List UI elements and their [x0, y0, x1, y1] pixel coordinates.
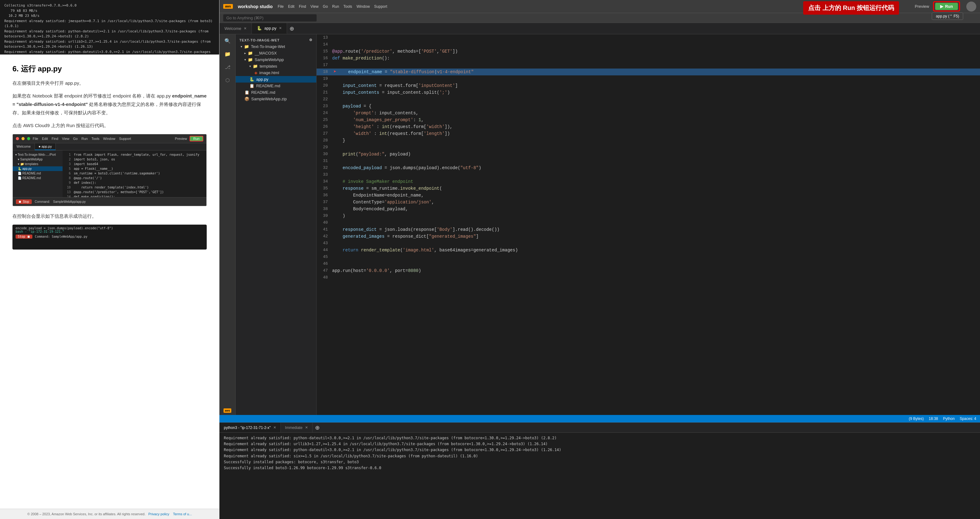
menu-go[interactable]: Go — [323, 4, 328, 9]
code-line-46: 46 — [317, 260, 980, 267]
aws-logo: aws — [223, 4, 233, 9]
sidebar-files-icon[interactable]: 📁 — [224, 50, 232, 58]
tree-templates[interactable]: ▾ 📁 templates — [235, 63, 316, 69]
tree-macosx[interactable]: ▸ 📁 __MACOSX — [235, 50, 316, 56]
menu-file[interactable]: File — [278, 4, 283, 9]
search-bar — [220, 13, 980, 23]
statusbar-right: (9 Bytes) 18:38 Python Spaces: 4 — [909, 417, 976, 421]
ss-sidebar: ▾ Text-To-Image-Web-..../Port ▾ SampleWe… — [13, 150, 62, 197]
stop-btn-2[interactable]: Stop ⏹ — [16, 235, 32, 239]
sidebar-git-icon[interactable]: ⎇ — [224, 63, 232, 71]
code-line-21: 21 input_contents = input_content.split(… — [317, 89, 980, 96]
code-line-17: 17 — [317, 62, 980, 69]
terminal-new-tab-btn[interactable]: ⊕ — [313, 424, 322, 431]
tab-welcome[interactable]: Welcome ✕ — [220, 23, 252, 34]
terminal-line-1: Requirement already satisfied: python-da… — [224, 435, 976, 441]
ide-editor[interactable]: 13 14 15 @app.route('/predictor', method… — [317, 34, 980, 415]
ss-tree-samplewebapp[interactable]: ▾ SampleWebApp — [13, 157, 62, 162]
tab-close-welcome[interactable]: ✕ — [244, 27, 247, 30]
terms-link[interactable]: Terms of u... — [173, 512, 192, 516]
ss-code: 1from flask import Flask, render_templat… — [62, 150, 207, 197]
preview-label[interactable]: Preview — [915, 4, 929, 9]
user-avatar[interactable] — [966, 2, 976, 11]
para2: 如果您在 Notebook 部署 endpoint 的环节修改过 endpoin… — [13, 92, 207, 117]
ss-tree-templates[interactable]: ▾ 📁 templates — [13, 162, 62, 166]
statusbar-spaces: Spaces: 4 — [960, 417, 976, 421]
code-line-37: 37 ContentType='application/json', — [317, 199, 980, 206]
terminal-screenshot: Collecting s3transfer=0.7.0,>=0.6.0 79 k… — [0, 0, 219, 54]
ss-tree-readme1[interactable]: 📄 README.md — [13, 171, 62, 176]
tree-readmemd-2[interactable]: 📋 README.md — [235, 89, 316, 96]
ss-bottom-bar: ⏹ Stop Command: SampleWebApp/app.py — [13, 197, 207, 206]
run-button[interactable]: ▶ Run — [935, 3, 958, 10]
code-line-20: 20 input_content = request.form['inputCo… — [317, 82, 980, 89]
para3: 点击 AWS Cloud9 上方的 Run 按钮运行代码。 — [13, 121, 207, 129]
code-line-47: 47 app.run(host='0.0.0.0', port=8080) — [317, 267, 980, 274]
new-tab-btn[interactable]: ⊕ — [290, 25, 294, 32]
tree-apppy[interactable]: 🐍 app.py — [235, 76, 316, 83]
bottom-para: 在控制台会显示如下信息表示成功运行。 — [13, 212, 207, 220]
tab-close-apppy[interactable]: ✕ — [279, 26, 282, 30]
ide-tabs: Welcome ✕ 🐍 app.py ✕ ⊕ — [220, 23, 980, 34]
code-line-33: 33 — [317, 171, 980, 178]
code-line-30: 30 print("payload:", payload) — [317, 151, 980, 158]
code-line-31: 31 — [317, 158, 980, 164]
ss-tab-welcome[interactable]: Welcome — [13, 143, 35, 150]
sidebar-search-icon[interactable]: 🔍 — [224, 37, 232, 45]
tab-apppy[interactable]: 🐍 app.py ✕ — [252, 23, 287, 34]
code-line-25: 25 'num_images_per_prompt': 1, — [317, 117, 980, 123]
menu-find[interactable]: Find — [299, 4, 306, 9]
dot-red — [16, 137, 19, 140]
terminal-line: Requirement already satisfied: jmespath>… — [4, 19, 215, 29]
ss-tree-root[interactable]: ▾ Text-To-Image-Web-..../Port — [13, 152, 62, 157]
menu-window[interactable]: Window — [356, 4, 370, 9]
code-line-34: 34 # invoke SageMaker endpoint — [317, 178, 980, 185]
terminal-tab-immediate[interactable]: Immediate ✕ — [281, 423, 313, 433]
tree-samplewebappzip[interactable]: 📦 SampleWebApp.zip — [235, 96, 316, 102]
code-line-44: 44 return render_template('image.html', … — [317, 247, 980, 254]
right-panel: aws workshop studio File Edit Find View … — [220, 0, 980, 519]
ss-tree-apppy[interactable]: 🐍 app.py — [13, 166, 62, 171]
tree-imagehtml[interactable]: ◈ image.html — [235, 69, 316, 76]
statusbar-lang: Python — [943, 417, 955, 421]
sidebar-debug-icon[interactable]: ⬡ — [224, 76, 232, 84]
terminal-tab-close-python3[interactable]: ✕ — [273, 426, 276, 430]
code-line-39: 39 ) — [317, 212, 980, 219]
terminal-body: Requirement already satisfied: python-da… — [220, 433, 980, 519]
ss-tab-apppy[interactable]: ● app.py — [35, 143, 56, 150]
sidebar-aws-icon[interactable]: aws — [224, 407, 231, 412]
terminal-tabs: python3 - "ip-172-31-71-2-x" ✕ Immediate… — [220, 423, 980, 433]
ss-run-btn[interactable]: Run — [189, 136, 203, 141]
terminal-tab-python3[interactable]: python3 - "ip-172-31-71-2-x" ✕ — [220, 423, 281, 433]
terminal-line: 10.2 MB 23 kB/s — [4, 13, 215, 19]
privacy-link[interactable]: Privacy policy — [148, 512, 169, 516]
code-line-32: 32 encoded_payload = json.dumps(payload)… — [317, 164, 980, 171]
menu-tools[interactable]: Tools — [344, 4, 352, 9]
menu-support[interactable]: Support — [374, 4, 387, 9]
dot-green — [27, 137, 30, 140]
terminal-line: Requirement already satisfied: python-da… — [4, 29, 215, 39]
ss-tree-readme2[interactable]: 📄 README.md — [13, 176, 62, 180]
statusbar-bytes: (9 Bytes) — [909, 417, 924, 421]
filetree-gear-icon[interactable]: ⚙ — [309, 38, 313, 42]
run-shortcut-tooltip: app.py (⌃ F5) — [932, 13, 963, 20]
terminal-line-2: Requirement already satisfied: urllib3<1… — [224, 441, 976, 447]
ss-body: ▾ Text-To-Image-Web-..../Port ▾ SampleWe… — [13, 150, 207, 197]
menu-edit[interactable]: Edit — [288, 4, 294, 9]
tree-readmemd-1[interactable]: 📋 README.md — [235, 83, 316, 89]
terminal-line-5: Successfully installed packages: botocor… — [224, 459, 976, 465]
dot-yellow — [21, 137, 25, 140]
menu-view[interactable]: View — [310, 4, 318, 9]
code-line-48: 48 — [317, 274, 980, 281]
terminal-tab-close-immediate[interactable]: ✕ — [305, 426, 308, 430]
menu-run[interactable]: Run — [332, 4, 339, 9]
ide-filetree: Text-To-Image-Wet ⚙ ▾ 📁 Text-To-Image-We… — [235, 34, 317, 415]
tree-samplewebapp[interactable]: ▾ 📁 SampleWebApp — [235, 56, 316, 63]
tree-root[interactable]: ▾ 📁 Text-To-Image-Wet — [235, 43, 316, 50]
code-line-40: 40 — [317, 219, 980, 226]
search-input[interactable] — [223, 14, 317, 21]
code-line-18: 18 ➤ endpoint_name = "stable-diffusion|v… — [317, 69, 980, 75]
terminal-screenshot-bottom: encode_payload = json.dumps(payload).enc… — [13, 225, 207, 249]
stop-button[interactable]: ⏹ Stop — [16, 200, 32, 204]
ide-title: workshop studio — [238, 4, 273, 9]
